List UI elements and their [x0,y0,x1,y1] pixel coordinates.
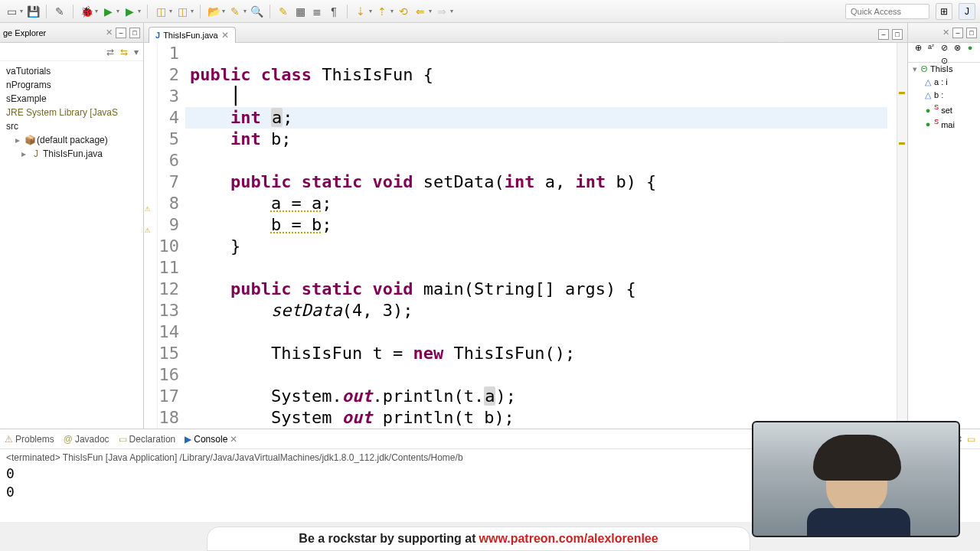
next-ann-icon[interactable]: ⇣ [354,5,368,18]
console-tab-javadoc[interactable]: @Javadoc [64,434,109,445]
hide-nonpublic-icon[interactable]: ● [965,43,975,54]
hide-static-icon[interactable]: ⊗ [952,43,962,54]
webcam-overlay [752,421,960,537]
outline-minimize-icon[interactable]: – [952,28,963,38]
outline-item[interactable]: ●S set [908,102,980,116]
console-tab-problems[interactable]: ⚠Problems [5,434,54,445]
tree-item[interactable]: src [0,119,143,133]
back-icon[interactable]: ⇐ [413,5,427,18]
new-package-icon[interactable]: ◫ [175,5,189,18]
collapse-all-icon[interactable]: ⇄ [106,47,114,57]
outline-item[interactable]: △b : [908,89,980,102]
toggle-block-icon[interactable]: ▦ [293,5,307,18]
open-perspective-icon[interactable]: ⊞ [936,3,952,20]
new-class-icon[interactable]: ◫ [154,5,168,18]
quick-access-input[interactable] [845,4,929,19]
tree-item[interactable]: ▸📦(default package) [0,133,143,147]
toggle-mark-icon[interactable]: ✎ [276,5,290,18]
hide-fields-icon[interactable]: ⊘ [939,43,949,54]
outline-maximize-icon[interactable]: □ [966,28,977,38]
outline-item[interactable]: △a : i [908,76,980,89]
editor-tab-label: ThisIsFun.java [163,31,218,40]
run-ext-icon[interactable]: ▶ [122,5,136,18]
outline-item[interactable]: ●S mai [908,116,980,131]
banner-text: Be a rockstar by supporting at [299,532,475,546]
debug-icon[interactable]: 🐞 [80,5,93,18]
run-icon[interactable]: ▶ [101,5,115,18]
last-edit-icon[interactable]: ⟲ [397,5,410,18]
main-toolbar: ▭▾ 💾 ✎ 🐞▾ ▶▾ ▶▾ ◫▾ ◫▾ 📂▾ ✎▾ 🔍 ✎ ▦ ≣ ¶ ⇣▾… [0,0,980,23]
pilcrow-icon[interactable]: ¶ [327,5,341,18]
code-editor[interactable]: ⚠⚠ 123456789101112131415161718 public cl… [144,43,907,429]
explorer-title: ge Explorer [3,28,103,37]
az-icon[interactable]: aᶻ [926,43,936,54]
explorer-minimize-icon[interactable]: – [116,28,126,38]
editor-pane: J ThisIsFun.java ✕ – □ ⚠⚠ 12345678910111… [144,23,908,429]
tree-item[interactable]: sExample [0,92,143,106]
package-explorer: ge Explorer ✕ – □ ⇄ ⇆ ▾ vaTutorialsnProg… [0,23,144,429]
console-tab-declaration[interactable]: ▭Declaration [119,434,176,445]
search-icon[interactable]: 🔍 [250,5,263,18]
editor-tab[interactable]: J ThisIsFun.java ✕ [149,27,236,43]
tab-close-icon[interactable]: ✕ [221,30,229,41]
new-icon[interactable]: ▭ [5,5,18,18]
open-type-icon[interactable]: 📂 [207,5,220,18]
java-perspective-icon[interactable]: J [959,3,975,20]
editor-maximize-icon[interactable]: □ [892,29,903,40]
view-menu-icon[interactable]: ▾ [134,47,139,57]
toggle-ws-icon[interactable]: ≣ [310,5,324,18]
explorer-maximize-icon[interactable]: □ [129,28,140,38]
prev-ann-icon[interactable]: ⇡ [375,5,389,18]
tree-item[interactable]: ▸JThisIsFun.java [0,147,143,161]
open-task-icon[interactable]: ✎ [228,5,242,18]
console-tab-console[interactable]: ▶Console ✕ [185,434,237,445]
save-icon[interactable]: 💾 [26,5,40,18]
wand-icon[interactable]: ✎ [53,5,67,18]
outline-pane: ✕ – □ ⊕ aᶻ ⊘ ⊗ ● ⊙ ▾ ΘThisIs△a : i△b :●S… [908,23,980,429]
java-file-icon: J [155,31,160,40]
link-editor-icon[interactable]: ⇆ [120,47,128,57]
banner-link[interactable]: www.patreon.com/alexlorenlee [479,532,658,546]
sort-icon[interactable]: ⊕ [913,43,923,54]
support-banner: Be a rockstar by supporting at www.patre… [207,527,750,551]
tree-item[interactable]: vaTutorials [0,64,143,78]
tree-item[interactable]: nPrograms [0,78,143,92]
outline-root[interactable]: ▾ ΘThisIs [908,63,980,76]
console-menu-icon[interactable]: ▭ [967,434,975,445]
forward-icon[interactable]: ⇒ [435,5,449,18]
editor-minimize-icon[interactable]: – [878,29,889,40]
outline-close-icon[interactable]: ✕ [942,28,949,37]
tree-item[interactable]: JRE System Library [JavaS [0,106,143,119]
explorer-close-icon[interactable]: ✕ [106,28,113,37]
